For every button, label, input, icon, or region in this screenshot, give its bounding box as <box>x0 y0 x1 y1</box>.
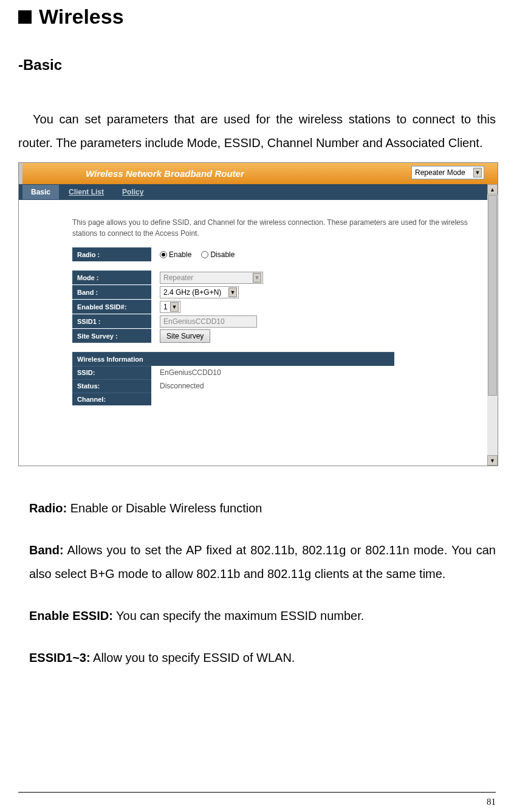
mode-dropdown[interactable]: Repeater Mode ▼ <box>411 166 484 179</box>
label-ssid1: SSID1 : <box>72 314 151 328</box>
row-band: Band : 2.4 GHz (B+G+N) ▼ <box>72 285 490 299</box>
wireless-info-header: Wireless Information <box>72 352 394 366</box>
scroll-up-icon[interactable]: ▲ <box>487 184 498 194</box>
section-title: Wireless <box>18 5 496 29</box>
radio-disable[interactable]: Disable <box>201 250 235 259</box>
def-essid-1-3: ESSID1~3: Allow you to specify ESSID of … <box>29 646 496 670</box>
window-titlebar: Wireless Network Broadband Router Repeat… <box>19 163 498 184</box>
def-band: Band: Allows you to set the AP fixed at … <box>29 538 496 586</box>
info-row-ssid: SSID: EnGeniusCCDD10 <box>72 366 490 379</box>
info-label-ssid: SSID: <box>72 366 151 379</box>
def-label: Enable ESSID: <box>29 609 113 622</box>
info-label-channel: Channel: <box>72 393 151 405</box>
label-band: Band : <box>72 285 151 299</box>
mode-dropdown-value: Repeater Mode <box>415 168 465 177</box>
info-row-channel: Channel: <box>72 393 490 405</box>
subsection-title: -Basic <box>18 57 496 74</box>
square-bullet-icon <box>18 10 32 24</box>
chevron-down-icon: ▼ <box>170 302 179 312</box>
label-mode: Mode : <box>72 270 151 284</box>
chevron-down-icon: ▼ <box>253 273 261 283</box>
label-enabled-ssid: Enabled SSID#: <box>72 300 151 314</box>
chevron-down-icon: ▼ <box>228 287 237 297</box>
row-radio: Radio : Enable Disable <box>72 247 490 261</box>
info-label-status: Status: <box>72 379 151 393</box>
def-text: Allow you to specify ESSID of WLAN. <box>91 651 295 664</box>
site-survey-button[interactable]: Site Survey <box>160 329 210 343</box>
footer-rule <box>18 792 496 793</box>
subnav: Basic Client List Policy <box>19 184 498 200</box>
def-label: ESSID1~3: <box>29 651 91 664</box>
help-text: This page allows you to define SSID, and… <box>72 217 490 239</box>
enabled-ssid-select[interactable]: 1 ▼ <box>160 301 180 313</box>
intro-text: You can set parameters that are used for… <box>18 112 496 150</box>
radio-icon <box>201 251 208 258</box>
def-text: You can specify the maximum ESSID number… <box>113 609 365 622</box>
tab-policy[interactable]: Policy <box>114 185 152 199</box>
radio-enable[interactable]: Enable <box>160 250 191 259</box>
def-radio: Radio: Enable or Disable Wireless functi… <box>29 497 496 520</box>
def-enable-essid: Enable ESSID: You can specify the maximu… <box>29 604 496 628</box>
page-number: 81 <box>487 797 496 807</box>
row-ssid1: SSID1 : EnGeniusCCDD10 <box>72 314 490 328</box>
scrollbar-vertical[interactable]: ▲ ▼ <box>487 184 498 466</box>
info-value-status: Disconnected <box>151 379 213 393</box>
row-mode: Mode : Repeater ▼ <box>72 270 490 284</box>
scrollbar-thumb[interactable] <box>488 195 497 396</box>
titlebar-text: Wireless Network Broadband Router <box>86 168 244 179</box>
chevron-down-icon: ▼ <box>473 168 482 177</box>
def-text: Allows you to set the AP fixed at 802.11… <box>29 543 496 580</box>
tab-basic[interactable]: Basic <box>22 185 59 199</box>
info-value-ssid: EnGeniusCCDD10 <box>151 366 230 379</box>
label-radio: Radio : <box>72 247 151 261</box>
row-enabled-ssid: Enabled SSID#: 1 ▼ <box>72 300 490 314</box>
def-label: Radio: <box>29 501 67 515</box>
intro-paragraph: You can set parameters that are used for… <box>18 108 496 155</box>
radio-icon <box>160 251 167 258</box>
band-select[interactable]: 2.4 GHz (B+G+N) ▼ <box>160 286 239 298</box>
def-text: Enable or Disable Wireless function <box>67 501 262 515</box>
definitions-list: Radio: Enable or Disable Wireless functi… <box>18 497 496 670</box>
tab-client-list[interactable]: Client List <box>60 185 112 199</box>
section-title-text: Wireless <box>39 5 124 29</box>
info-row-status: Status: Disconnected <box>72 379 490 393</box>
row-site-survey: Site Survey : Site Survey <box>72 329 490 343</box>
form-area: This page allows you to define SSID, and… <box>19 200 498 405</box>
scroll-down-icon[interactable]: ▼ <box>487 455 498 466</box>
router-ui-screenshot: Wireless Network Broadband Router Repeat… <box>18 162 498 466</box>
ssid1-input[interactable]: EnGeniusCCDD10 <box>160 315 257 328</box>
def-label: Band: <box>29 543 64 557</box>
label-site-survey: Site Survey : <box>72 329 151 343</box>
mode-select[interactable]: Repeater ▼ <box>160 272 263 284</box>
